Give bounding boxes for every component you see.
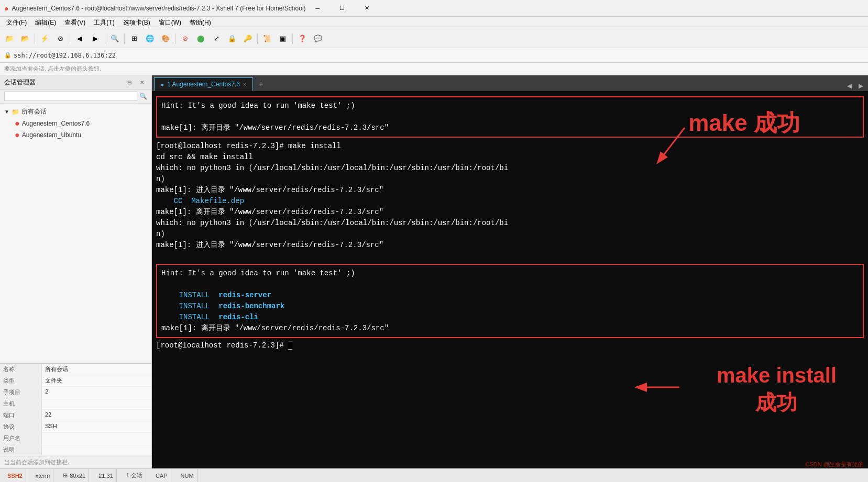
position-label: 21,31 — [98, 473, 113, 479]
close-button[interactable]: ✕ — [355, 1, 379, 16]
terminal-line-8: CC Makefile.dep — [156, 196, 864, 207]
terminal-size-label: 80x21 — [70, 473, 85, 479]
layout-button[interactable]: ⊞ — [127, 32, 141, 46]
tab-label: 1 Augenestern_Centos7.6 — [167, 81, 240, 88]
script-button[interactable]: 📜 — [260, 32, 274, 46]
session-label-ubuntu: Augenestern_Ubuntu — [22, 131, 81, 139]
main-content: 会话管理器 ⊟ ✕ 🔍 ▼ 📁 所有会话 ● Augenestern_Cento… — [0, 75, 868, 468]
terminal-content[interactable]: Hint: It's a good idea to run 'make test… — [152, 91, 868, 468]
terminal-line-2: make[1]: 离开目录 "/www/server/redis/redis-7… — [161, 122, 859, 133]
prop-name-value: 所有会话 — [42, 364, 151, 375]
menu-help[interactable]: 帮助(H) — [185, 17, 215, 28]
sidebar-footer: 当当前会话添加到链接栏. — [0, 456, 151, 468]
prop-desc-value — [42, 444, 151, 455]
prop-port-label: 端口 — [0, 410, 42, 421]
record-button[interactable]: ⬤ — [193, 32, 208, 46]
search-icon: 🔍 — [139, 93, 147, 100]
back-button[interactable]: ◀ — [72, 32, 87, 46]
terminal-line-15: INSTALL redis-benchmark — [161, 301, 859, 312]
menu-tools[interactable]: 工具(T) — [90, 17, 118, 28]
expand-button[interactable]: ⤢ — [209, 32, 224, 46]
sidebar: 会话管理器 ⊟ ✕ 🔍 ▼ 📁 所有会话 ● Augenestern_Cento… — [0, 75, 152, 468]
menu-tabs[interactable]: 选项卡(B) — [119, 17, 155, 28]
terminal-type-label: xterm — [36, 473, 50, 479]
prop-type-label: 类型 — [0, 375, 42, 386]
tab-session-icon: ● — [161, 82, 164, 87]
folder-icon: 📁 — [12, 108, 19, 116]
menu-view[interactable]: 查看(V) — [60, 17, 90, 28]
session-dot-ubuntu: ● — [15, 131, 20, 139]
open-button[interactable]: 📂 — [18, 32, 32, 46]
lock-icon: 🔒 — [4, 52, 12, 59]
terminal-line-6: n) — [156, 174, 864, 185]
menu-file[interactable]: 文件(F) — [2, 17, 31, 28]
prop-protocol: 协议 SSH — [0, 421, 151, 433]
caps-label: CAP — [156, 473, 168, 479]
make-install-box: Hint: It's a good idea to run 'make test… — [156, 264, 864, 338]
tab-add-button[interactable]: + — [254, 77, 268, 91]
chat-button[interactable]: 💬 — [311, 32, 325, 46]
stop-button[interactable]: ⊘ — [178, 32, 192, 46]
terminal-line-16: INSTALL redis-cli — [161, 312, 859, 323]
annotation-make-install-success: make install 成功 — [717, 362, 837, 416]
sidebar-dock-button[interactable]: ⊟ — [124, 77, 135, 87]
menu-window[interactable]: 窗口(W) — [155, 17, 185, 28]
status-terminal: xterm — [32, 469, 54, 482]
tab-bar: ● 1 Augenestern_Centos7.6 × + ◀ ▶ — [152, 75, 868, 91]
tab-close-button[interactable]: × — [243, 81, 246, 87]
csdn-watermark: CSDN @生命是有光的 — [806, 461, 864, 468]
connect-button[interactable]: ⚡ — [37, 32, 52, 46]
status-bar: SSH2 xterm ⊞ 80x21 21,31 1 会话 CAP NUM CS… — [0, 468, 868, 482]
prop-protocol-value: SSH — [42, 421, 151, 432]
toolbar-separator-3 — [105, 33, 105, 44]
address-text: ssh://root@192.168.6.136:22 — [14, 52, 116, 59]
color-button[interactable]: 🎨 — [158, 32, 173, 46]
tab-centos[interactable]: ● 1 Augenestern_Centos7.6 × — [154, 77, 253, 91]
tab-prev-button[interactable]: ◀ — [844, 81, 854, 91]
sidebar-item-centos[interactable]: ● Augenestern_Centos7.6 — [0, 118, 151, 129]
session-tree: ▼ 📁 所有会话 ● Augenestern_Centos7.6 ● Augen… — [0, 104, 151, 363]
sidebar-header: 会话管理器 ⊟ ✕ — [0, 75, 151, 89]
globe-button[interactable]: 🌐 — [142, 32, 157, 46]
terminal-line-5: which: no python3 in (/usr/local/sbin:/u… — [156, 163, 864, 174]
prop-desc-label: 说明 — [0, 444, 42, 455]
prop-type-value: 文件夹 — [42, 375, 151, 386]
help-button[interactable]: ❓ — [295, 32, 310, 46]
make-success-box: Hint: It's a good idea to run 'make test… — [156, 96, 864, 138]
lock-button[interactable]: 🔒 — [225, 32, 239, 46]
sidebar-search-input[interactable] — [4, 92, 137, 101]
terminal-line-blank2 — [156, 251, 864, 262]
forward-button[interactable]: ▶ — [88, 32, 103, 46]
minimize-button[interactable]: ─ — [306, 1, 329, 16]
toolbar-separator-5 — [175, 33, 175, 44]
terminal-line-14: INSTALL redis-server — [161, 290, 859, 301]
sidebar-item-ubuntu[interactable]: ● Augenestern_Ubuntu — [0, 129, 151, 141]
prop-host-value — [42, 398, 151, 409]
terminal-line-4: cd src && make install — [156, 152, 864, 163]
prop-host-label: 主机 — [0, 398, 42, 409]
prop-protocol-label: 协议 — [0, 421, 42, 432]
menu-edit[interactable]: 编辑(E) — [31, 17, 60, 28]
key-button[interactable]: 🔑 — [240, 32, 255, 46]
status-caps: CAP — [152, 469, 171, 482]
terminal-line-3: [root@localhost redis-7.2.3]# make insta… — [156, 141, 864, 152]
toolbar-separator-4 — [124, 33, 125, 44]
restore-button[interactable]: ☐ — [331, 1, 354, 16]
prop-username: 用户名 — [0, 433, 151, 444]
ssh-label: SSH2 — [7, 473, 23, 479]
arrow-make-install-icon — [627, 374, 690, 400]
terminal-line-13: Hint: It's a good idea to run 'make test… — [161, 268, 859, 279]
sidebar-close-button[interactable]: ✕ — [137, 77, 147, 87]
new-session-button[interactable]: 📁 — [2, 32, 17, 46]
num-label: NUM — [181, 473, 194, 479]
tab-next-button[interactable]: ▶ — [855, 81, 866, 91]
terminal-button[interactable]: ▣ — [276, 32, 290, 46]
tree-all-sessions[interactable]: ▼ 📁 所有会话 — [0, 106, 151, 118]
terminal-line-blank1 — [161, 111, 859, 122]
disconnect-button[interactable]: ⊗ — [53, 32, 68, 46]
status-num: NUM — [178, 469, 197, 482]
toolbar-separator-6 — [257, 33, 258, 44]
zoom-button[interactable]: 🔍 — [107, 32, 122, 46]
toolbar-separator-2 — [70, 33, 70, 44]
triangle-icon: ▼ — [4, 109, 9, 115]
